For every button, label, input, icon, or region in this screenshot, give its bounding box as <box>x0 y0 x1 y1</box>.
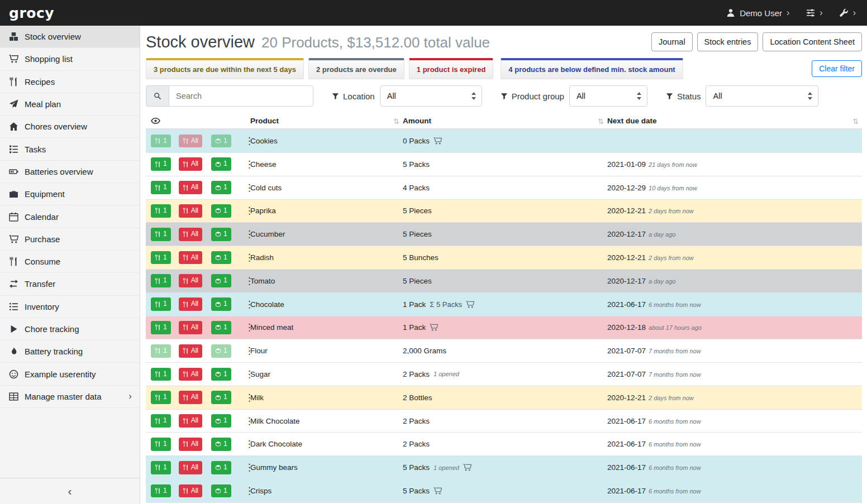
sidebar-item-batteries-overview[interactable]: Batteries overview <box>0 161 140 183</box>
consume-one-button[interactable]: 1 <box>151 438 171 451</box>
open-one-button[interactable]: 1 <box>211 461 231 474</box>
sort-icon[interactable]: ⇅ <box>852 117 859 125</box>
consume-all-button[interactable]: All <box>179 297 202 311</box>
sidebar-item-meal-plan[interactable]: Meal plan <box>0 93 140 116</box>
amount-column-header[interactable]: Amount⇅ <box>403 117 607 125</box>
open-one-button[interactable]: 1 <box>211 157 231 171</box>
consume-one-button[interactable]: 1 <box>151 228 171 241</box>
utensils-icon <box>155 418 161 424</box>
grocy-logo[interactable]: grocy <box>9 5 54 21</box>
consume-all-button[interactable]: All <box>179 321 202 334</box>
consume-one-button[interactable]: 1 <box>151 181 171 194</box>
open-one-button[interactable]: 1 <box>211 438 231 451</box>
overdue-filter-banner[interactable]: 2 products are overdue <box>308 58 404 79</box>
consume-one-button[interactable]: 1 <box>151 391 171 404</box>
next-due-date-column-header[interactable]: Next due date⇅ <box>607 117 862 125</box>
open-one-button[interactable]: 1 <box>211 204 231 218</box>
consume-all-button[interactable]: All <box>179 461 202 474</box>
sort-icon[interactable]: ⇅ <box>393 117 399 125</box>
sidebar-item-calendar[interactable]: Calendar <box>0 205 140 228</box>
row-actions: 1 All 1 ⋮ <box>146 321 250 334</box>
sidebar-item-battery-tracking[interactable]: Battery tracking <box>0 340 140 363</box>
expired-filter-banner[interactable]: 1 product is expired <box>409 58 494 79</box>
sidebar-item-shopping-list[interactable]: Shopping list <box>0 48 140 70</box>
sidebar-item-label: Batteries overview <box>25 167 93 176</box>
consume-all-button[interactable]: All <box>179 484 202 498</box>
open-one-button[interactable]: 1 <box>211 274 231 287</box>
consume-one-button[interactable]: 1 <box>151 157 171 171</box>
product-name: Gummy bears <box>250 463 403 472</box>
sidebar-item-inventory[interactable]: Inventory <box>0 296 140 318</box>
open-one-button[interactable]: 1 <box>211 414 231 428</box>
location-content-sheet-button[interactable]: Location Content Sheet <box>763 32 862 51</box>
due-soon-filter-banner[interactable]: 3 products are due within the next 5 day… <box>146 58 304 79</box>
box-open-icon <box>215 441 221 447</box>
product-column-header[interactable]: Product⇅ <box>250 117 403 125</box>
sidebar-item-equipment[interactable]: Equipment <box>0 183 140 205</box>
stock-entries-button[interactable]: Stock entries <box>697 32 759 51</box>
sidebar-item-consume[interactable]: Consume <box>0 251 140 273</box>
consume-all-button[interactable]: All <box>179 438 202 451</box>
consume-all-button[interactable]: All <box>179 181 202 194</box>
consume-all-button[interactable]: All <box>179 414 202 428</box>
consume-one-button[interactable]: 1 <box>151 204 171 218</box>
consume-all-button[interactable]: All <box>179 251 202 265</box>
consume-all-button[interactable]: All <box>179 391 202 404</box>
consume-one-button[interactable]: 1 <box>151 368 171 381</box>
consume-one-button[interactable]: 1 <box>151 251 171 265</box>
below-min-stock-filter-banner[interactable]: 4 products are below defined min. stock … <box>501 58 683 79</box>
product-name: Flour <box>250 347 403 355</box>
open-one-button[interactable]: 1 <box>211 228 231 241</box>
status-select[interactable]: All <box>706 85 818 107</box>
sidebar-item-manage-master-data[interactable]: Manage master data› <box>0 386 140 408</box>
product-name: Cookies <box>250 137 403 145</box>
open-one-button[interactable]: 1 <box>211 297 231 311</box>
smiley-icon <box>9 369 18 379</box>
consume-all-button[interactable]: All <box>179 344 202 358</box>
sidebar-item-transfer[interactable]: Transfer <box>0 273 140 295</box>
open-one-button[interactable]: 1 <box>211 484 231 498</box>
product-group-select[interactable]: All <box>569 85 647 107</box>
admin-menu[interactable]: › <box>840 8 856 17</box>
sidebar-item-chore-tracking[interactable]: Chore tracking <box>0 318 140 340</box>
box-open-icon <box>215 371 221 377</box>
sort-icon[interactable]: ⇅ <box>598 117 604 125</box>
location-select[interactable]: All <box>380 85 482 107</box>
consume-all-button[interactable]: All <box>179 228 202 241</box>
consume-all-button[interactable]: All <box>179 274 202 287</box>
consume-all-button[interactable]: All <box>179 157 202 171</box>
sidebar-item-recipes[interactable]: Recipes <box>0 71 140 93</box>
due-date-cell: 2020-12-212 days from now <box>607 253 862 262</box>
journal-button[interactable]: Journal <box>651 32 693 51</box>
sidebar-collapse-button[interactable]: ‹ <box>0 478 140 504</box>
consume-one-button[interactable]: 1 <box>151 321 171 334</box>
consume-one-button[interactable]: 1 <box>151 274 171 287</box>
consume-one-button[interactable]: 1 <box>151 484 171 498</box>
clear-filter-button[interactable]: Clear filter <box>812 60 862 77</box>
sidebar-item-stock-overview[interactable]: Stock overview <box>0 26 140 48</box>
sidebar-item-chores-overview[interactable]: Chores overview <box>0 116 140 138</box>
amount-cell: 2 Bottles <box>403 393 607 402</box>
open-one-button[interactable]: 1 <box>211 391 231 404</box>
row-actions: 1 All 1 ⋮ <box>146 414 250 428</box>
sidebar-item-tasks[interactable]: Tasks <box>0 138 140 160</box>
paper-plane-icon <box>9 99 18 109</box>
open-one-button[interactable]: 1 <box>211 321 231 334</box>
open-one-button[interactable]: 1 <box>211 251 231 265</box>
utensils-icon <box>155 324 161 330</box>
consume-one-button[interactable]: 1 <box>151 461 171 474</box>
consume-all-button[interactable]: All <box>179 204 202 218</box>
sidebar-item-example-userentity[interactable]: Example userentity <box>0 363 140 385</box>
utensils-icon <box>155 231 161 237</box>
consume-one-button[interactable]: 1 <box>151 297 171 311</box>
search-input[interactable] <box>169 85 313 107</box>
sidebar-item-purchase[interactable]: Purchase <box>0 228 140 251</box>
open-one-button[interactable]: 1 <box>211 368 231 381</box>
user-menu[interactable]: Demo User › <box>726 8 789 18</box>
consume-one-button[interactable]: 1 <box>151 414 171 428</box>
settings-menu[interactable]: › <box>806 8 822 17</box>
consume-all-button[interactable]: All <box>179 368 202 381</box>
open-one-button[interactable]: 1 <box>211 181 231 194</box>
filter-icon <box>666 93 673 100</box>
eye-icon[interactable] <box>151 116 160 126</box>
